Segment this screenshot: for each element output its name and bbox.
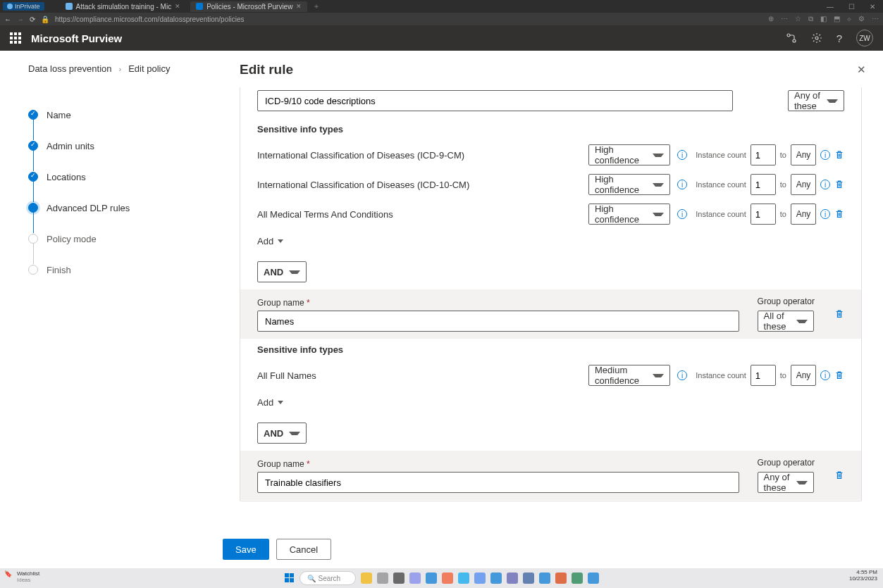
delete-sit-button[interactable]: [834, 180, 844, 189]
close-icon[interactable]: ✕: [296, 3, 302, 10]
wizard-step-policy-mode[interactable]: Policy mode: [28, 223, 209, 254]
group2-delete-button[interactable]: [834, 470, 844, 480]
user-avatar[interactable]: ZW: [856, 30, 873, 46]
wizard-step-admin-units[interactable]: Admin units: [28, 130, 209, 161]
help-icon[interactable]: ?: [836, 32, 842, 44]
wizard-step-name[interactable]: Name: [28, 99, 209, 130]
lock-icon: 🔒: [41, 15, 49, 23]
ext2-icon[interactable]: ◧: [820, 15, 827, 23]
flow-icon[interactable]: [786, 32, 797, 44]
info-icon[interactable]: i: [677, 370, 687, 380]
rule-scroll-panel[interactable]: Any of these Sensitive info types Intern…: [240, 87, 862, 501]
taskbar-app-8[interactable]: [474, 573, 486, 584]
group2-operator-dropdown[interactable]: Any of these: [758, 472, 814, 493]
group1-joiner-dropdown[interactable]: AND: [257, 423, 307, 444]
group0-name-input[interactable]: [257, 90, 733, 111]
wizard-step-finish[interactable]: Finish: [28, 254, 209, 285]
instance-to-input[interactable]: Any: [791, 365, 816, 386]
info-icon[interactable]: i: [820, 370, 830, 380]
close-window-button[interactable]: ✕: [862, 3, 883, 11]
confidence-dropdown[interactable]: Medium confidence: [588, 365, 670, 386]
url-text[interactable]: https://compliance.microsoft.com/datalos…: [55, 15, 244, 23]
watchlist-widget[interactable]: 🔖: [4, 571, 12, 577]
instance-from-input[interactable]: [751, 174, 776, 195]
delete-sit-button[interactable]: [834, 209, 844, 219]
instance-to-input[interactable]: Any: [791, 174, 816, 195]
taskbar-app-3[interactable]: [393, 573, 405, 584]
back-button[interactable]: ←: [4, 15, 11, 23]
group0-operator-dropdown[interactable]: Any of these: [788, 90, 844, 111]
collections-icon[interactable]: ⧉: [808, 15, 813, 23]
info-icon[interactable]: i: [820, 209, 830, 219]
dropdown-value: High confidence: [595, 144, 653, 165]
ext4-icon[interactable]: ⟐: [847, 15, 851, 23]
instance-from-input[interactable]: [751, 204, 776, 225]
info-icon[interactable]: i: [677, 209, 687, 219]
info-icon[interactable]: i: [820, 150, 830, 160]
favorites-icon[interactable]: ☆: [795, 15, 801, 23]
confidence-dropdown[interactable]: High confidence: [588, 204, 670, 225]
group1-delete-button[interactable]: [834, 309, 844, 319]
close-panel-button[interactable]: ✕: [857, 63, 866, 76]
close-icon[interactable]: ✕: [175, 3, 180, 10]
ext5-icon[interactable]: ⚙: [858, 15, 865, 23]
app-launcher-icon[interactable]: [10, 32, 21, 44]
tab-label: Attack simulation training - Mic: [76, 3, 172, 11]
taskbar-app-2[interactable]: [377, 573, 388, 584]
ext3-icon[interactable]: ⬒: [834, 15, 840, 23]
taskbar-app-5[interactable]: [426, 573, 437, 584]
confidence-dropdown[interactable]: High confidence: [588, 174, 670, 195]
cancel-button[interactable]: Cancel: [276, 539, 331, 560]
panel-title: Edit rule: [240, 62, 862, 77]
confidence-dropdown[interactable]: High confidence: [588, 144, 670, 165]
taskbar-app-15[interactable]: [588, 573, 599, 584]
taskbar-app-1[interactable]: [361, 573, 372, 584]
taskbar-app-13[interactable]: [555, 573, 567, 584]
start-button[interactable]: [285, 573, 295, 583]
ext1-icon[interactable]: ⋯: [781, 15, 788, 23]
group0-add-button[interactable]: Add: [257, 236, 283, 246]
tab-label: Policies - Microsoft Purview: [206, 3, 292, 11]
step-indicator-icon: [28, 265, 38, 275]
wizard-nav: Data loss prevention › Edit policy NameA…: [0, 51, 223, 568]
taskbar-app-11[interactable]: [523, 573, 534, 584]
tab-attack-sim[interactable]: Attack simulation training - Mic✕: [60, 1, 187, 12]
instance-from-input[interactable]: [751, 144, 776, 165]
zoom-icon[interactable]: ⊕: [768, 15, 774, 23]
info-icon[interactable]: i: [820, 180, 830, 189]
group0-joiner-dropdown[interactable]: AND: [257, 261, 307, 282]
new-tab-button[interactable]: ＋: [313, 1, 320, 11]
wizard-step-locations[interactable]: Locations: [28, 161, 209, 192]
delete-sit-button[interactable]: [834, 150, 844, 160]
maximize-button[interactable]: ☐: [841, 3, 862, 11]
wizard-step-advanced-dlp-rules[interactable]: Advanced DLP rules: [28, 192, 209, 223]
group2-name-input[interactable]: [257, 472, 739, 493]
taskbar-search[interactable]: 🔍Search: [300, 571, 356, 585]
instance-from-input[interactable]: [751, 365, 776, 386]
delete-sit-button[interactable]: [834, 370, 844, 380]
settings-icon[interactable]: [811, 32, 822, 44]
minimize-button[interactable]: —: [820, 3, 841, 11]
add-label: Add: [257, 397, 273, 408]
group1-name-input[interactable]: [257, 311, 739, 332]
taskbar-app-4[interactable]: [409, 573, 421, 584]
taskbar-app-10[interactable]: [507, 573, 518, 584]
save-button[interactable]: Save: [223, 539, 269, 560]
windows-taskbar: 🔖 Watchlist Ideas 🔍Search 4:55 PM 10/23/…: [0, 568, 883, 588]
instance-to-input[interactable]: Any: [791, 204, 816, 225]
tab-policies[interactable]: Policies - Microsoft Purview✕: [190, 1, 307, 12]
breadcrumb-root[interactable]: Data loss prevention: [28, 63, 112, 74]
group1-add-button[interactable]: Add: [257, 397, 283, 408]
taskbar-app-6[interactable]: [442, 573, 453, 584]
refresh-button[interactable]: ⟳: [30, 15, 35, 23]
group1-operator-dropdown[interactable]: All of these: [758, 311, 814, 332]
info-icon[interactable]: i: [677, 180, 687, 189]
taskbar-app-14[interactable]: [572, 573, 583, 584]
system-clock[interactable]: 4:55 PM 10/23/2023: [849, 570, 877, 582]
more-icon[interactable]: ⋯: [872, 15, 879, 23]
instance-to-input[interactable]: Any: [791, 144, 816, 165]
taskbar-app-9[interactable]: [490, 573, 502, 584]
taskbar-app-12[interactable]: [539, 573, 550, 584]
info-icon[interactable]: i: [677, 150, 687, 160]
taskbar-app-7[interactable]: [458, 573, 469, 584]
